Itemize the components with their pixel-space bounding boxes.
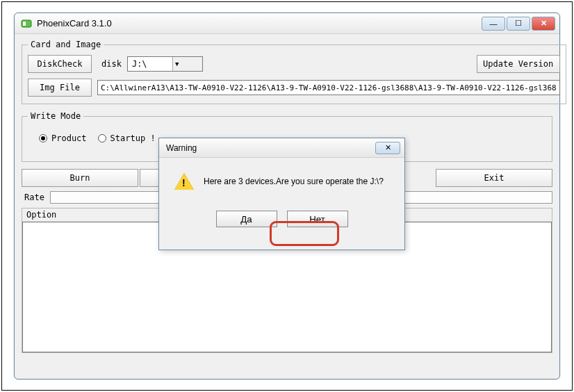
write-mode-legend: Write Mode xyxy=(28,111,83,121)
img-file-button[interactable]: Img File xyxy=(28,79,92,97)
burn-button[interactable]: Burn xyxy=(22,169,138,187)
app-icon xyxy=(20,17,33,30)
update-version-button[interactable]: Update Version xyxy=(477,55,560,73)
disk-combo[interactable]: J:\ ▼ xyxy=(127,56,203,72)
radio-dot-icon xyxy=(39,134,47,142)
dialog-buttons: Да Нет xyxy=(159,211,404,227)
disk-label: disk xyxy=(101,59,122,69)
img-path-field[interactable]: C:\AllwinerA13\A13-TW-A0910-V22-1126\A13… xyxy=(97,80,560,95)
minimize-button[interactable]: — xyxy=(482,17,505,31)
radio-startup[interactable]: Startup ! xyxy=(98,133,156,143)
disk-combo-value: J:\ xyxy=(128,59,172,69)
disk-check-button[interactable]: DiskCheck xyxy=(28,55,92,73)
chevron-down-icon: ▼ xyxy=(172,57,202,71)
radio-product[interactable]: Product xyxy=(39,133,87,143)
radio-product-label: Product xyxy=(51,133,87,143)
dialog-no-button[interactable]: Нет xyxy=(287,211,348,227)
dialog-close-button[interactable]: ✕ xyxy=(375,142,400,154)
exit-button[interactable]: Exit xyxy=(436,169,552,187)
radio-dot-icon xyxy=(98,134,106,142)
card-image-legend: Card and Image xyxy=(28,40,104,49)
dialog-message: Here are 3 devices.Are you sure operate … xyxy=(204,177,384,186)
dialog-title: Warning xyxy=(166,143,375,153)
dialog-yes-button[interactable]: Да xyxy=(216,211,277,227)
warning-dialog: Warning ✕ Here are 3 devices.Are you sur… xyxy=(158,138,405,250)
window-controls: — ☐ ✕ xyxy=(482,17,555,31)
card-and-image-group: Card and Image DiskCheck disk J:\ ▼ Upda… xyxy=(22,40,566,104)
window-title: PhoenixCard 3.1.0 xyxy=(37,18,482,28)
dialog-titlebar: Warning ✕ xyxy=(159,138,404,158)
close-button[interactable]: ✕ xyxy=(532,17,555,31)
rate-label: Rate xyxy=(24,193,44,202)
warning-icon xyxy=(174,173,194,190)
maximize-button[interactable]: ☐ xyxy=(507,17,530,31)
titlebar: PhoenixCard 3.1.0 — ☐ ✕ xyxy=(15,13,559,34)
img-path-value: C:\AllwinerA13\A13-TW-A0910-V22-1126\A13… xyxy=(101,83,557,92)
radio-startup-label: Startup ! xyxy=(110,133,156,143)
dialog-body: Here are 3 devices.Are you sure operate … xyxy=(159,158,404,190)
svg-rect-1 xyxy=(23,22,26,26)
